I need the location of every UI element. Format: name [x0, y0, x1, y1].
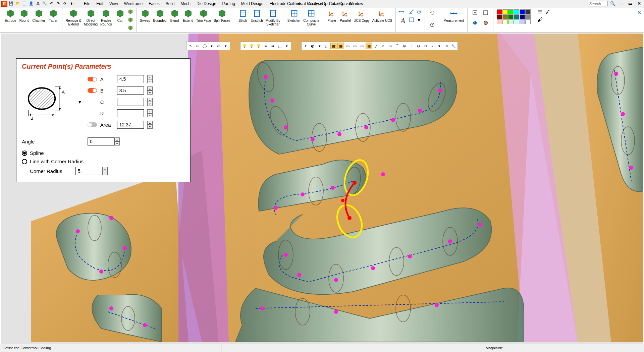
color-swatch[interactable]: [520, 19, 525, 24]
param-input-B[interactable]: [117, 86, 144, 95]
ribbon-extrude[interactable]: Extrude: [3, 8, 17, 23]
save-icon[interactable]: 💾: [8, 1, 14, 7]
angle-input[interactable]: [88, 137, 114, 145]
menu-faces[interactable]: Faces: [146, 1, 162, 7]
color-swatch[interactable]: [514, 9, 519, 14]
iso-icon[interactable]: ⬚: [276, 43, 283, 49]
app-icon[interactable]: ◧: [1, 1, 7, 7]
menu-view[interactable]: View: [107, 1, 121, 7]
param-input-C[interactable]: [117, 98, 144, 106]
measurement-button[interactable]: Measurement: [442, 8, 465, 23]
color-swatch[interactable]: [508, 19, 514, 24]
line-icon[interactable]: ╱: [373, 43, 379, 49]
user-icon[interactable]: 👤: [28, 1, 34, 7]
color-swatch[interactable]: [520, 14, 525, 19]
view-icon[interactable]: 👁: [68, 1, 74, 7]
t7-icon[interactable]: ▭: [344, 43, 351, 49]
undo-icon[interactable]: ↶: [48, 1, 54, 7]
t1-icon[interactable]: ✦: [302, 43, 309, 49]
dim-horizontal-icon[interactable]: [398, 8, 405, 15]
ribbon-extend[interactable]: Extend: [181, 8, 195, 23]
menu-mold-design[interactable]: Mold Design: [238, 1, 266, 7]
color-swatch[interactable]: [497, 19, 502, 24]
color-swatch[interactable]: [502, 19, 508, 24]
menu-parting[interactable]: Parting: [220, 1, 238, 7]
render-icon[interactable]: [470, 18, 480, 27]
down-arrow-icon[interactable]: ▾: [415, 16, 423, 23]
trim-icon[interactable]: ✂: [422, 43, 429, 49]
color-swatch[interactable]: [520, 9, 525, 14]
tan-icon[interactable]: ⊙: [415, 43, 422, 49]
ribbon-ucs-copy[interactable]: UCS Copy: [352, 8, 371, 23]
corner-radius-input[interactable]: [75, 167, 102, 175]
angle-up-icon[interactable]: ▲: [114, 137, 120, 141]
ribbon-parallel[interactable]: Parallel: [338, 8, 352, 23]
format-icon[interactable]: [408, 16, 415, 23]
profile-dropdown-icon[interactable]: ▼: [75, 99, 84, 105]
spin-up-icon[interactable]: ▲: [147, 75, 153, 79]
iso-drop-icon[interactable]: ▾: [283, 43, 290, 49]
color-swatch[interactable]: [514, 19, 519, 24]
select-opt-icon[interactable]: ▾: [222, 43, 229, 49]
menu-wireframe[interactable]: Wireframe: [121, 1, 145, 7]
eyedropper-icon[interactable]: [544, 8, 551, 15]
param-input-A[interactable]: [117, 75, 144, 83]
param-input-R[interactable]: [117, 109, 144, 117]
ribbon-chamfer[interactable]: Chamfer: [31, 8, 46, 23]
ribbon-unstitch[interactable]: Unstitch: [250, 8, 264, 23]
spin-down-icon[interactable]: ▼: [147, 102, 153, 106]
t2-icon[interactable]: ◐: [309, 43, 316, 49]
select-cyl-icon[interactable]: ◯: [201, 43, 208, 49]
ribbon-trim-face[interactable]: Trim Face: [195, 8, 213, 23]
color-swatch[interactable]: [497, 14, 502, 19]
color-swatch[interactable]: [502, 9, 508, 14]
maximize-button[interactable]: ▭: [627, 1, 634, 7]
t3-icon[interactable]: ▾: [316, 43, 323, 49]
search-input[interactable]: [588, 1, 608, 6]
small2-icon[interactable]: [127, 16, 134, 23]
ribbon-cut[interactable]: Cut: [113, 8, 127, 23]
spin-up-icon[interactable]: ▲: [147, 109, 153, 113]
ribbon-sweep[interactable]: Sweep: [139, 8, 152, 23]
search-icon[interactable]: 🔍: [609, 1, 616, 7]
color-swatch[interactable]: [508, 14, 514, 19]
next-icon[interactable]: ⇒: [269, 43, 276, 49]
corner-up-icon[interactable]: ▲: [102, 167, 108, 171]
ribbon-activate-ucs[interactable]: Activate UCS: [371, 8, 393, 23]
lines-icon[interactable]: [536, 8, 544, 15]
ribbon-composite-curve[interactable]: CompositeCurve: [302, 8, 321, 27]
cursor-icon[interactable]: ↖: [187, 43, 194, 49]
ribbon-modify-by-sketcher[interactable]: Modify BySketcher: [264, 8, 282, 27]
bulb2-icon[interactable]: 💡: [255, 43, 262, 49]
select-box-icon[interactable]: ▭: [194, 43, 201, 49]
color-swatch[interactable]: [497, 9, 502, 14]
dim-angle-icon[interactable]: [408, 8, 415, 15]
spin-up-icon[interactable]: ▲: [147, 86, 153, 91]
menu-solid[interactable]: Solid: [163, 1, 177, 7]
t10-icon[interactable]: ▦: [366, 43, 372, 49]
spin-down-icon[interactable]: ▼: [147, 79, 153, 83]
t4-icon[interactable]: ⬚: [323, 43, 330, 49]
ribbon-remove-extend[interactable]: Remove &Extend: [64, 8, 83, 27]
menu-mesh[interactable]: Mesh: [178, 1, 193, 7]
ribbon-bounded[interactable]: Bounded: [152, 8, 168, 23]
color-swatch[interactable]: [525, 19, 531, 24]
menu-file[interactable]: File: [81, 1, 93, 7]
text-annotation-button[interactable]: A: [398, 16, 408, 25]
wire-icon[interactable]: [480, 8, 491, 17]
redo-icon[interactable]: ↷: [55, 1, 61, 7]
bulb-off-icon[interactable]: 💡: [248, 43, 255, 49]
rect-icon[interactable]: ▭: [387, 43, 393, 49]
arc-icon[interactable]: ⌒: [394, 43, 400, 49]
param-input-Area[interactable]: [117, 121, 144, 129]
refresh-icon[interactable]: ⟳: [62, 1, 68, 7]
ribbon-split-faces[interactable]: Split Faces: [212, 8, 231, 23]
minimize-button[interactable]: —: [618, 1, 625, 7]
t8-icon[interactable]: ▭: [352, 43, 358, 49]
ribbon-round[interactable]: Round: [17, 8, 31, 23]
select-face-icon[interactable]: ▾: [208, 43, 215, 49]
toggle-A[interactable]: [88, 77, 97, 81]
menu-electrode[interactable]: Electrode: [267, 1, 289, 7]
angle-down-icon[interactable]: ▼: [114, 141, 120, 145]
small1-icon[interactable]: [127, 8, 134, 15]
